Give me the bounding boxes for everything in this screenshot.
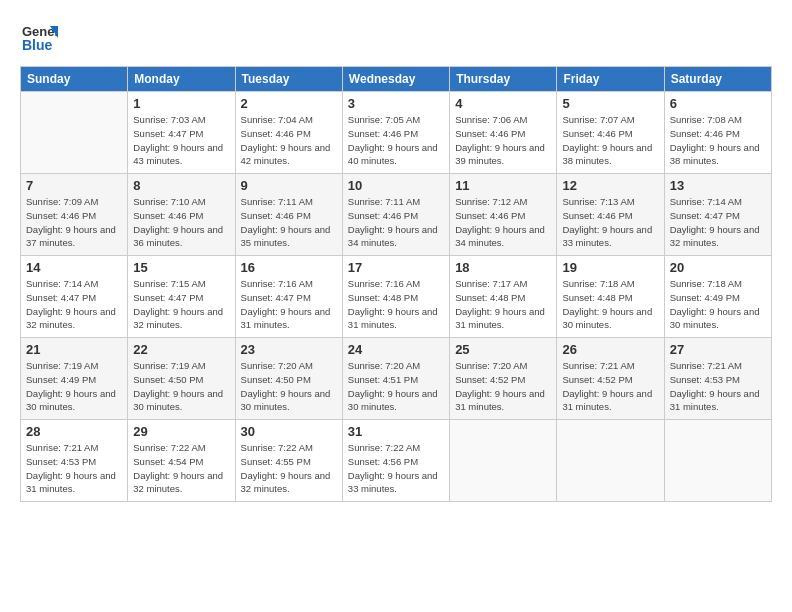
day-cell — [664, 420, 771, 502]
day-cell: 28Sunrise: 7:21 AMSunset: 4:53 PMDayligh… — [21, 420, 128, 502]
day-number: 23 — [241, 342, 337, 357]
weekday-wednesday: Wednesday — [342, 67, 449, 92]
day-number: 25 — [455, 342, 551, 357]
weekday-header-row: SundayMondayTuesdayWednesdayThursdayFrid… — [21, 67, 772, 92]
week-row-5: 28Sunrise: 7:21 AMSunset: 4:53 PMDayligh… — [21, 420, 772, 502]
page: General Blue SundayMondayTuesdayWednesda… — [0, 0, 792, 612]
day-number: 15 — [133, 260, 229, 275]
day-number: 24 — [348, 342, 444, 357]
day-number: 7 — [26, 178, 122, 193]
day-number: 27 — [670, 342, 766, 357]
week-row-4: 21Sunrise: 7:19 AMSunset: 4:49 PMDayligh… — [21, 338, 772, 420]
day-info: Sunrise: 7:19 AMSunset: 4:50 PMDaylight:… — [133, 359, 229, 414]
day-info: Sunrise: 7:18 AMSunset: 4:48 PMDaylight:… — [562, 277, 658, 332]
day-cell: 30Sunrise: 7:22 AMSunset: 4:55 PMDayligh… — [235, 420, 342, 502]
day-cell — [450, 420, 557, 502]
day-cell: 8Sunrise: 7:10 AMSunset: 4:46 PMDaylight… — [128, 174, 235, 256]
day-info: Sunrise: 7:14 AMSunset: 4:47 PMDaylight:… — [670, 195, 766, 250]
day-cell: 17Sunrise: 7:16 AMSunset: 4:48 PMDayligh… — [342, 256, 449, 338]
day-info: Sunrise: 7:06 AMSunset: 4:46 PMDaylight:… — [455, 113, 551, 168]
day-info: Sunrise: 7:21 AMSunset: 4:53 PMDaylight:… — [26, 441, 122, 496]
weekday-tuesday: Tuesday — [235, 67, 342, 92]
day-cell: 1Sunrise: 7:03 AMSunset: 4:47 PMDaylight… — [128, 92, 235, 174]
day-info: Sunrise: 7:08 AMSunset: 4:46 PMDaylight:… — [670, 113, 766, 168]
day-cell: 18Sunrise: 7:17 AMSunset: 4:48 PMDayligh… — [450, 256, 557, 338]
day-number: 8 — [133, 178, 229, 193]
day-info: Sunrise: 7:22 AMSunset: 4:55 PMDaylight:… — [241, 441, 337, 496]
day-cell: 31Sunrise: 7:22 AMSunset: 4:56 PMDayligh… — [342, 420, 449, 502]
day-number: 14 — [26, 260, 122, 275]
day-cell: 22Sunrise: 7:19 AMSunset: 4:50 PMDayligh… — [128, 338, 235, 420]
day-info: Sunrise: 7:16 AMSunset: 4:48 PMDaylight:… — [348, 277, 444, 332]
header: General Blue — [20, 18, 772, 56]
day-number: 4 — [455, 96, 551, 111]
day-cell: 13Sunrise: 7:14 AMSunset: 4:47 PMDayligh… — [664, 174, 771, 256]
day-cell: 16Sunrise: 7:16 AMSunset: 4:47 PMDayligh… — [235, 256, 342, 338]
day-cell: 29Sunrise: 7:22 AMSunset: 4:54 PMDayligh… — [128, 420, 235, 502]
day-number: 2 — [241, 96, 337, 111]
day-cell: 23Sunrise: 7:20 AMSunset: 4:50 PMDayligh… — [235, 338, 342, 420]
day-info: Sunrise: 7:07 AMSunset: 4:46 PMDaylight:… — [562, 113, 658, 168]
day-info: Sunrise: 7:20 AMSunset: 4:51 PMDaylight:… — [348, 359, 444, 414]
day-cell: 25Sunrise: 7:20 AMSunset: 4:52 PMDayligh… — [450, 338, 557, 420]
day-cell: 19Sunrise: 7:18 AMSunset: 4:48 PMDayligh… — [557, 256, 664, 338]
day-cell: 15Sunrise: 7:15 AMSunset: 4:47 PMDayligh… — [128, 256, 235, 338]
day-number: 30 — [241, 424, 337, 439]
day-number: 16 — [241, 260, 337, 275]
day-info: Sunrise: 7:17 AMSunset: 4:48 PMDaylight:… — [455, 277, 551, 332]
day-cell: 7Sunrise: 7:09 AMSunset: 4:46 PMDaylight… — [21, 174, 128, 256]
day-number: 11 — [455, 178, 551, 193]
day-info: Sunrise: 7:22 AMSunset: 4:54 PMDaylight:… — [133, 441, 229, 496]
day-info: Sunrise: 7:11 AMSunset: 4:46 PMDaylight:… — [241, 195, 337, 250]
day-cell: 5Sunrise: 7:07 AMSunset: 4:46 PMDaylight… — [557, 92, 664, 174]
day-info: Sunrise: 7:09 AMSunset: 4:46 PMDaylight:… — [26, 195, 122, 250]
day-cell: 24Sunrise: 7:20 AMSunset: 4:51 PMDayligh… — [342, 338, 449, 420]
weekday-monday: Monday — [128, 67, 235, 92]
day-cell: 11Sunrise: 7:12 AMSunset: 4:46 PMDayligh… — [450, 174, 557, 256]
day-cell: 12Sunrise: 7:13 AMSunset: 4:46 PMDayligh… — [557, 174, 664, 256]
day-info: Sunrise: 7:12 AMSunset: 4:46 PMDaylight:… — [455, 195, 551, 250]
day-info: Sunrise: 7:15 AMSunset: 4:47 PMDaylight:… — [133, 277, 229, 332]
day-info: Sunrise: 7:10 AMSunset: 4:46 PMDaylight:… — [133, 195, 229, 250]
weekday-friday: Friday — [557, 67, 664, 92]
day-info: Sunrise: 7:03 AMSunset: 4:47 PMDaylight:… — [133, 113, 229, 168]
day-cell: 4Sunrise: 7:06 AMSunset: 4:46 PMDaylight… — [450, 92, 557, 174]
weekday-sunday: Sunday — [21, 67, 128, 92]
day-info: Sunrise: 7:14 AMSunset: 4:47 PMDaylight:… — [26, 277, 122, 332]
day-cell: 21Sunrise: 7:19 AMSunset: 4:49 PMDayligh… — [21, 338, 128, 420]
day-info: Sunrise: 7:04 AMSunset: 4:46 PMDaylight:… — [241, 113, 337, 168]
day-cell: 27Sunrise: 7:21 AMSunset: 4:53 PMDayligh… — [664, 338, 771, 420]
day-info: Sunrise: 7:11 AMSunset: 4:46 PMDaylight:… — [348, 195, 444, 250]
day-number: 31 — [348, 424, 444, 439]
day-number: 29 — [133, 424, 229, 439]
day-number: 5 — [562, 96, 658, 111]
day-cell: 26Sunrise: 7:21 AMSunset: 4:52 PMDayligh… — [557, 338, 664, 420]
day-number: 21 — [26, 342, 122, 357]
day-cell: 6Sunrise: 7:08 AMSunset: 4:46 PMDaylight… — [664, 92, 771, 174]
day-info: Sunrise: 7:21 AMSunset: 4:53 PMDaylight:… — [670, 359, 766, 414]
day-info: Sunrise: 7:16 AMSunset: 4:47 PMDaylight:… — [241, 277, 337, 332]
day-number: 28 — [26, 424, 122, 439]
week-row-1: 1Sunrise: 7:03 AMSunset: 4:47 PMDaylight… — [21, 92, 772, 174]
day-number: 22 — [133, 342, 229, 357]
day-info: Sunrise: 7:19 AMSunset: 4:49 PMDaylight:… — [26, 359, 122, 414]
day-info: Sunrise: 7:20 AMSunset: 4:50 PMDaylight:… — [241, 359, 337, 414]
day-info: Sunrise: 7:22 AMSunset: 4:56 PMDaylight:… — [348, 441, 444, 496]
day-cell: 10Sunrise: 7:11 AMSunset: 4:46 PMDayligh… — [342, 174, 449, 256]
day-info: Sunrise: 7:05 AMSunset: 4:46 PMDaylight:… — [348, 113, 444, 168]
calendar-body: 1Sunrise: 7:03 AMSunset: 4:47 PMDaylight… — [21, 92, 772, 502]
day-number: 19 — [562, 260, 658, 275]
day-number: 26 — [562, 342, 658, 357]
day-number: 10 — [348, 178, 444, 193]
day-number: 20 — [670, 260, 766, 275]
day-number: 18 — [455, 260, 551, 275]
day-cell: 3Sunrise: 7:05 AMSunset: 4:46 PMDaylight… — [342, 92, 449, 174]
day-info: Sunrise: 7:20 AMSunset: 4:52 PMDaylight:… — [455, 359, 551, 414]
calendar-table: SundayMondayTuesdayWednesdayThursdayFrid… — [20, 66, 772, 502]
svg-text:Blue: Blue — [22, 37, 53, 53]
day-number: 13 — [670, 178, 766, 193]
day-cell: 2Sunrise: 7:04 AMSunset: 4:46 PMDaylight… — [235, 92, 342, 174]
day-cell — [21, 92, 128, 174]
day-number: 6 — [670, 96, 766, 111]
day-number: 9 — [241, 178, 337, 193]
